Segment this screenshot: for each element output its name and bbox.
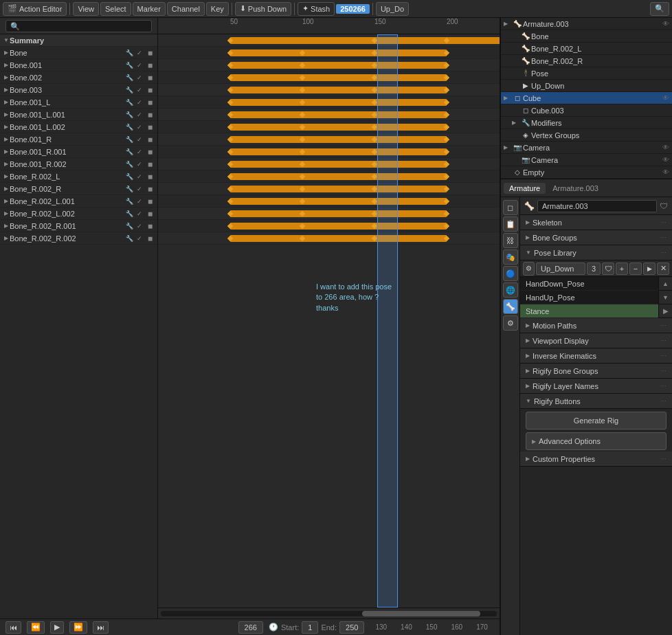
- channel-row[interactable]: ▶ Bone.001_L.001 🔧 ✓ ◼: [0, 109, 157, 121]
- pose-lib-minus-btn[interactable]: −: [629, 263, 642, 275]
- channel-row[interactable]: ▶ Bone.001_R.001 🔧 ✓ ◼: [0, 146, 157, 158]
- editor-icon-btn[interactable]: 🎬 Action Editor: [3, 2, 67, 16]
- prop-section-header[interactable]: ▶ Rigify Layer Names ···: [520, 379, 672, 394]
- channel-row[interactable]: ▶ Bone_R.002_L.001 🔧 ✓ ◼: [0, 195, 157, 208]
- play-next-btn[interactable]: ⏩: [69, 621, 87, 634]
- eye-toggle[interactable]: 👁: [662, 156, 669, 164]
- view-btn[interactable]: View: [73, 2, 99, 16]
- track-row[interactable]: [158, 71, 500, 84]
- track-row[interactable]: [158, 121, 500, 133]
- eye-toggle[interactable]: 👁: [662, 20, 669, 27]
- object-icon[interactable]: ◻: [503, 200, 518, 215]
- particle-icon[interactable]: 🎭: [503, 249, 518, 265]
- tree-row[interactable]: 📷 Camera 👁: [501, 154, 672, 166]
- prop-section-header[interactable]: ▶ Viewport Display ···: [520, 333, 672, 348]
- custom-props-header[interactable]: ▶ Custom Properties ···: [520, 452, 672, 467]
- search-btn[interactable]: 🔍: [650, 2, 669, 16]
- track-row[interactable]: [158, 232, 500, 245]
- tree-row[interactable]: ▶ 🔧 Modifiers: [501, 117, 672, 129]
- timeline-tracks[interactable]: I want to add this pose to 266 area, how…: [158, 34, 500, 608]
- track-row[interactable]: [158, 59, 500, 71]
- push-down-btn[interactable]: ⬇ Push Down: [235, 2, 291, 16]
- channel-row[interactable]: ▶ Bone.001 🔧 ✓ ◼: [0, 59, 157, 71]
- channel-row[interactable]: ▶ Bone_R.002_R.002 🔧 ✓ ◼: [0, 232, 157, 245]
- channel-row[interactable]: ▼ Summary: [0, 34, 157, 47]
- track-row[interactable]: [158, 133, 500, 146]
- tree-row[interactable]: ◈ Vertex Groups: [501, 129, 672, 142]
- track-row[interactable]: [158, 208, 500, 220]
- channel-row[interactable]: ▶ Bone 🔧 ✓ ◼: [0, 47, 157, 59]
- channel-row[interactable]: ▶ Bone.001_R.002 🔧 ✓ ◼: [0, 158, 157, 170]
- track-row[interactable]: [158, 146, 500, 158]
- pose-lib-apply-btn[interactable]: ▶: [643, 263, 656, 275]
- pose-lib-settings-btn[interactable]: ⚙: [523, 262, 535, 276]
- track-row[interactable]: [158, 84, 500, 96]
- scrollbar-thumb[interactable]: [362, 611, 480, 616]
- prop-tab-armature[interactable]: Armature: [504, 183, 546, 194]
- channel-row[interactable]: ▶ Bone_R.002_L.002 🔧 ✓ ◼: [0, 208, 157, 220]
- up-down-btn[interactable]: Up_Do: [376, 2, 409, 16]
- channel-row[interactable]: ▶ Bone_R.002_R.001 🔧 ✓ ◼: [0, 220, 157, 232]
- play-end-btn[interactable]: ⏭: [93, 621, 109, 634]
- tree-row[interactable]: 🦴 Bone: [501, 30, 672, 43]
- tree-row[interactable]: 🦴 Bone_R.002_L: [501, 43, 672, 55]
- track-row[interactable]: [158, 34, 500, 47]
- play-btn[interactable]: ▶: [50, 621, 64, 634]
- channel-btn[interactable]: Channel: [167, 2, 205, 16]
- pose-lib-add-btn[interactable]: 🛡: [602, 263, 614, 275]
- pose-apply-btn[interactable]: ▶: [659, 304, 672, 318]
- track-row[interactable]: [158, 170, 500, 183]
- prop-section-header[interactable]: ▶ Rigify Bone Groups ···: [520, 364, 672, 379]
- tree-row[interactable]: ▶ 🦴 Armature.003 👁: [501, 18, 672, 30]
- eye-toggle[interactable]: 👁: [662, 94, 669, 102]
- marker-btn[interactable]: Marker: [133, 2, 166, 16]
- modifier-icon[interactable]: 📋: [503, 216, 518, 232]
- prop-section-header[interactable]: ▼ Pose Library ···: [520, 245, 672, 260]
- track-row[interactable]: [158, 220, 500, 232]
- scroll-down-btn[interactable]: ▼: [659, 291, 672, 304]
- track-row[interactable]: [158, 195, 500, 208]
- prop-section-header[interactable]: ▶ Motion Paths ···: [520, 318, 672, 333]
- scroll-up-btn[interactable]: ▲: [659, 277, 672, 291]
- pose-lib-plus-btn[interactable]: +: [616, 263, 628, 275]
- channel-row[interactable]: ▶ Bone.001_R 🔧 ✓ ◼: [0, 133, 157, 146]
- prop-section-header[interactable]: ▼ Rigify Buttons ···: [520, 394, 672, 409]
- prop-section-header[interactable]: ▶ Inverse Kinematics ···: [520, 348, 672, 364]
- armature-name-input[interactable]: Armature.003: [537, 200, 657, 212]
- eye-toggle[interactable]: 👁: [662, 144, 669, 151]
- track-row[interactable]: [158, 96, 500, 109]
- track-row[interactable]: [158, 109, 500, 121]
- tree-row[interactable]: ▶ ◻ Cube 👁: [501, 92, 672, 104]
- pose-lib-name[interactable]: Up_Down: [536, 263, 585, 275]
- select-btn[interactable]: Select: [100, 2, 131, 16]
- channel-row[interactable]: ▶ Bone.001_L 🔧 ✓ ◼: [0, 96, 157, 109]
- prop-section-header[interactable]: ▶ Skeleton ···: [520, 215, 672, 230]
- prop-tab-armature2[interactable]: Armature.003: [547, 183, 604, 194]
- tree-row[interactable]: 🕴 Pose: [501, 67, 672, 80]
- track-row[interactable]: [158, 183, 500, 195]
- tree-row[interactable]: ▶ Up_Down: [501, 80, 672, 92]
- channel-row[interactable]: ▶ Bone_R.002_L 🔧 ✓ ◼: [0, 170, 157, 183]
- tree-row[interactable]: ▶ 📷 Camera 👁: [501, 142, 672, 154]
- tree-row[interactable]: 🦴 Bone_R.002_R: [501, 55, 672, 67]
- pose-lib-close-btn[interactable]: ✕: [657, 263, 669, 275]
- physics-icon[interactable]: 🔵: [503, 266, 518, 281]
- pose-item[interactable]: HandUp_Pose: [520, 291, 658, 304]
- advanced-options-btn[interactable]: ▶Advanced Options: [526, 432, 667, 450]
- settings-icon[interactable]: ⚙: [503, 315, 518, 331]
- prop-section-header[interactable]: ▶ Bone Groups ···: [520, 230, 672, 245]
- stash-btn[interactable]: ✦ Stash: [298, 2, 335, 16]
- end-frame[interactable]: 250: [339, 621, 364, 634]
- channel-row[interactable]: ▶ Bone.003 🔧 ✓ ◼: [0, 84, 157, 96]
- pose-item[interactable]: HandDown_Pose: [520, 277, 658, 291]
- scene-icon[interactable]: 🌐: [503, 282, 518, 298]
- track-row[interactable]: [158, 158, 500, 170]
- scrollbar-track[interactable]: [161, 611, 497, 616]
- channel-row[interactable]: ▶ Bone.002 🔧 ✓ ◼: [0, 71, 157, 84]
- play-start-btn[interactable]: ⏮: [5, 621, 21, 634]
- eye-toggle[interactable]: 👁: [662, 168, 669, 176]
- track-row[interactable]: [158, 47, 500, 59]
- pose-item[interactable]: Stance: [520, 304, 658, 318]
- play-prev-btn[interactable]: ⏪: [27, 621, 45, 634]
- channel-row[interactable]: ▶ Bone.001_L.002 🔧 ✓ ◼: [0, 121, 157, 133]
